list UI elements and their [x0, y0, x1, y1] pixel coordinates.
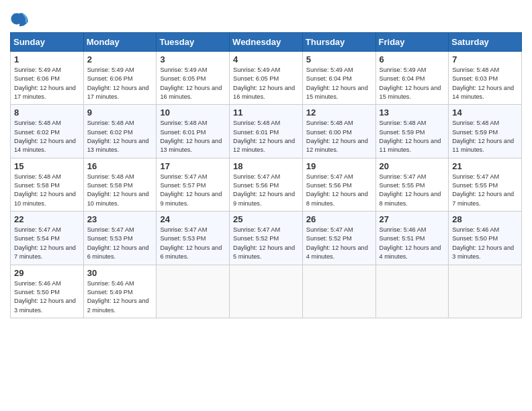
calendar-cell: [230, 265, 303, 318]
calendar-header-row: SundayMondayTuesdayWednesdayThursdayFrid…: [11, 33, 522, 52]
calendar-cell: [375, 265, 449, 318]
day-number: 2: [87, 54, 153, 64]
day-info: Sunrise: 5:47 AM Sunset: 5:52 PM Dayligh…: [306, 226, 372, 261]
calendar-cell: 14 Sunrise: 5:48 AM Sunset: 5:59 PM Dayl…: [449, 105, 522, 158]
day-number: 22: [14, 214, 80, 224]
day-number: 18: [233, 161, 299, 171]
day-info: Sunrise: 5:48 AM Sunset: 6:03 PM Dayligh…: [452, 66, 518, 101]
day-number: 14: [452, 107, 518, 118]
day-number: 12: [306, 107, 372, 118]
day-info: Sunrise: 5:47 AM Sunset: 5:53 PM Dayligh…: [160, 226, 226, 261]
calendar-cell: 22 Sunrise: 5:47 AM Sunset: 5:54 PM Dayl…: [11, 212, 84, 265]
calendar-cell: 30 Sunrise: 5:46 AM Sunset: 5:49 PM Dayl…: [83, 265, 157, 318]
calendar-cell: 12 Sunrise: 5:48 AM Sunset: 6:00 PM Dayl…: [302, 105, 375, 158]
calendar-cell: 11 Sunrise: 5:48 AM Sunset: 6:01 PM Dayl…: [230, 105, 303, 158]
calendar-week-row: 8 Sunrise: 5:48 AM Sunset: 6:02 PM Dayli…: [11, 105, 522, 158]
weekday-header: Saturday: [449, 33, 522, 52]
calendar-cell: 21 Sunrise: 5:47 AM Sunset: 5:55 PM Dayl…: [449, 158, 522, 211]
day-info: Sunrise: 5:46 AM Sunset: 5:50 PM Dayligh…: [452, 226, 518, 261]
calendar-cell: 13 Sunrise: 5:48 AM Sunset: 5:59 PM Dayl…: [375, 105, 449, 158]
day-info: Sunrise: 5:48 AM Sunset: 5:58 PM Dayligh…: [87, 173, 153, 208]
day-number: 23: [87, 214, 153, 224]
day-number: 5: [306, 54, 372, 64]
calendar-cell: 5 Sunrise: 5:49 AM Sunset: 6:04 PM Dayli…: [302, 52, 375, 105]
day-info: Sunrise: 5:47 AM Sunset: 5:53 PM Dayligh…: [87, 226, 153, 261]
day-number: 3: [160, 54, 226, 64]
day-info: Sunrise: 5:48 AM Sunset: 6:02 PM Dayligh…: [87, 119, 153, 154]
logo-icon: [10, 9, 29, 28]
day-number: 7: [452, 54, 518, 64]
weekday-header: Sunday: [11, 33, 84, 52]
day-info: Sunrise: 5:47 AM Sunset: 5:56 PM Dayligh…: [306, 173, 372, 208]
day-info: Sunrise: 5:49 AM Sunset: 6:06 PM Dayligh…: [14, 66, 80, 101]
calendar-cell: 28 Sunrise: 5:46 AM Sunset: 5:50 PM Dayl…: [449, 212, 522, 265]
day-info: Sunrise: 5:49 AM Sunset: 6:04 PM Dayligh…: [306, 66, 372, 101]
calendar-week-row: 22 Sunrise: 5:47 AM Sunset: 5:54 PM Dayl…: [11, 212, 522, 265]
weekday-header: Friday: [375, 33, 449, 52]
calendar-cell: 10 Sunrise: 5:48 AM Sunset: 6:01 PM Dayl…: [157, 105, 230, 158]
day-number: 4: [233, 54, 299, 64]
day-number: 1: [14, 54, 80, 64]
calendar-cell: 4 Sunrise: 5:49 AM Sunset: 6:05 PM Dayli…: [230, 52, 303, 105]
day-info: Sunrise: 5:48 AM Sunset: 6:00 PM Dayligh…: [306, 119, 372, 154]
calendar-cell: 24 Sunrise: 5:47 AM Sunset: 5:53 PM Dayl…: [157, 212, 230, 265]
day-number: 20: [380, 161, 445, 171]
calendar-cell: [302, 265, 375, 318]
weekday-header: Tuesday: [157, 33, 230, 52]
calendar-cell: 26 Sunrise: 5:47 AM Sunset: 5:52 PM Dayl…: [302, 212, 375, 265]
calendar-cell: 18 Sunrise: 5:47 AM Sunset: 5:56 PM Dayl…: [230, 158, 303, 211]
day-number: 25: [233, 214, 299, 224]
day-number: 27: [380, 214, 445, 224]
calendar-cell: 2 Sunrise: 5:49 AM Sunset: 6:06 PM Dayli…: [83, 52, 157, 105]
day-info: Sunrise: 5:47 AM Sunset: 5:56 PM Dayligh…: [233, 173, 299, 208]
day-info: Sunrise: 5:48 AM Sunset: 5:59 PM Dayligh…: [452, 119, 518, 154]
day-number: 9: [87, 107, 153, 118]
day-number: 6: [380, 54, 445, 64]
calendar-cell: 9 Sunrise: 5:48 AM Sunset: 6:02 PM Dayli…: [83, 105, 157, 158]
day-number: 26: [306, 214, 372, 224]
calendar-cell: 15 Sunrise: 5:48 AM Sunset: 5:58 PM Dayl…: [11, 158, 84, 211]
calendar-cell: 6 Sunrise: 5:49 AM Sunset: 6:04 PM Dayli…: [375, 52, 449, 105]
day-info: Sunrise: 5:47 AM Sunset: 5:54 PM Dayligh…: [14, 226, 80, 261]
day-info: Sunrise: 5:46 AM Sunset: 5:50 PM Dayligh…: [14, 279, 80, 315]
weekday-header: Thursday: [302, 33, 375, 52]
day-info: Sunrise: 5:49 AM Sunset: 6:04 PM Dayligh…: [380, 66, 445, 101]
day-number: 29: [14, 268, 80, 278]
calendar-table: SundayMondayTuesdayWednesdayThursdayFrid…: [10, 32, 522, 318]
day-number: 15: [14, 161, 80, 171]
day-number: 19: [306, 161, 372, 171]
calendar-cell: 27 Sunrise: 5:46 AM Sunset: 5:51 PM Dayl…: [375, 212, 449, 265]
calendar-week-row: 29 Sunrise: 5:46 AM Sunset: 5:50 PM Dayl…: [11, 265, 522, 318]
day-info: Sunrise: 5:47 AM Sunset: 5:57 PM Dayligh…: [160, 173, 226, 208]
day-info: Sunrise: 5:48 AM Sunset: 5:58 PM Dayligh…: [14, 173, 80, 208]
day-info: Sunrise: 5:48 AM Sunset: 6:01 PM Dayligh…: [233, 119, 299, 154]
calendar-cell: 20 Sunrise: 5:47 AM Sunset: 5:55 PM Dayl…: [375, 158, 449, 211]
day-info: Sunrise: 5:49 AM Sunset: 6:06 PM Dayligh…: [87, 66, 153, 101]
day-number: 30: [87, 268, 153, 278]
calendar-cell: 7 Sunrise: 5:48 AM Sunset: 6:03 PM Dayli…: [449, 52, 522, 105]
calendar-cell: 17 Sunrise: 5:47 AM Sunset: 5:57 PM Dayl…: [157, 158, 230, 211]
day-info: Sunrise: 5:49 AM Sunset: 6:05 PM Dayligh…: [233, 66, 299, 101]
day-info: Sunrise: 5:48 AM Sunset: 6:01 PM Dayligh…: [160, 119, 226, 154]
calendar-cell: [449, 265, 522, 318]
day-info: Sunrise: 5:48 AM Sunset: 6:02 PM Dayligh…: [14, 119, 80, 154]
day-info: Sunrise: 5:47 AM Sunset: 5:55 PM Dayligh…: [380, 173, 445, 208]
calendar-cell: 16 Sunrise: 5:48 AM Sunset: 5:58 PM Dayl…: [83, 158, 157, 211]
calendar-cell: 23 Sunrise: 5:47 AM Sunset: 5:53 PM Dayl…: [83, 212, 157, 265]
day-number: 21: [452, 161, 518, 171]
calendar-week-row: 15 Sunrise: 5:48 AM Sunset: 5:58 PM Dayl…: [11, 158, 522, 211]
day-info: Sunrise: 5:49 AM Sunset: 6:05 PM Dayligh…: [160, 66, 226, 101]
calendar-cell: 8 Sunrise: 5:48 AM Sunset: 6:02 PM Dayli…: [11, 105, 84, 158]
day-number: 11: [233, 107, 299, 118]
day-info: Sunrise: 5:48 AM Sunset: 5:59 PM Dayligh…: [380, 119, 445, 154]
logo: [10, 9, 30, 28]
day-info: Sunrise: 5:47 AM Sunset: 5:55 PM Dayligh…: [452, 173, 518, 208]
calendar-cell: [157, 265, 230, 318]
day-number: 28: [452, 214, 518, 224]
day-info: Sunrise: 5:47 AM Sunset: 5:52 PM Dayligh…: [233, 226, 299, 261]
calendar-cell: 1 Sunrise: 5:49 AM Sunset: 6:06 PM Dayli…: [11, 52, 84, 105]
weekday-header: Monday: [83, 33, 157, 52]
calendar-week-row: 1 Sunrise: 5:49 AM Sunset: 6:06 PM Dayli…: [11, 52, 522, 105]
weekday-header: Wednesday: [230, 33, 303, 52]
calendar-cell: 19 Sunrise: 5:47 AM Sunset: 5:56 PM Dayl…: [302, 158, 375, 211]
